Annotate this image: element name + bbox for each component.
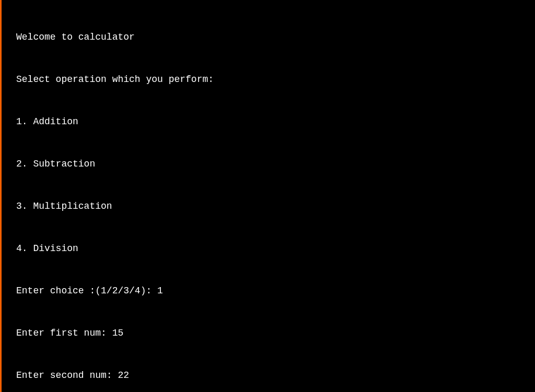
terminal-output-line: Enter first num: 15 [16, 326, 535, 340]
terminal-output-line: Enter choice :(1/2/3/4): 1 [16, 284, 535, 298]
terminal-output-line: 4. Division [16, 242, 535, 256]
terminal-output-line: Welcome to calculator [16, 30, 535, 44]
terminal-output-line: Select operation which you perform: [16, 73, 535, 87]
terminal-output-line: 3. Multiplication [16, 199, 535, 213]
terminal-window[interactable]: Welcome to calculator Select operation w… [2, 0, 535, 392]
terminal-output-line: Enter second num: 22 [16, 369, 535, 383]
terminal-output-line: 1. Addition [16, 115, 535, 129]
terminal-output-line: 2. Subtraction [16, 157, 535, 171]
